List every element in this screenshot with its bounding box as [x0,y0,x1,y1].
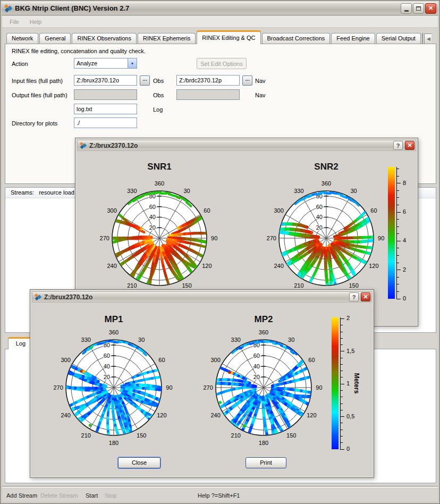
logfile-field[interactable]: log.txt [74,104,137,114]
svg-text:20: 20 [253,374,260,380]
tab-rinex-observations[interactable]: RINEX Observations [72,33,136,44]
colorbar-minor-tick [396,190,399,191]
svg-text:360: 360 [259,329,268,335]
colorbar-tick-label: 2 [403,266,406,273]
start-button[interactable]: Start [86,492,98,499]
print-button[interactable]: Print [246,457,286,468]
svg-text:90: 90 [316,384,322,391]
colorbar-minor-tick [340,371,343,371]
tab-rinex-ephemeris[interactable]: RINEX Ephemeris [138,33,196,44]
minimize-button[interactable] [401,3,412,14]
snr-window-title: Z:/brux2370.12o [89,142,391,149]
colorbar-axis [396,167,397,299]
title-bar[interactable]: BKG Ntrip Client (BNC) Version 2.7 ✕ [2,2,438,15]
mp-colorbar: 21,510,50Meters [332,317,373,456]
tab-broadcast-corrections[interactable]: Broadcast Corrections [262,33,331,44]
action-combobox[interactable]: Analyze ▼ [74,58,137,69]
close-button[interactable]: ✕ [425,3,436,14]
colorbar-major-tick [340,416,344,417]
colorbar-minor-tick [396,219,399,220]
colorbar-minor-tick [340,423,343,423]
help-button[interactable]: ? [393,141,403,150]
output-files-label: Output files (full path) [12,92,67,98]
colorbar-major-tick [340,449,344,450]
colorbar-minor-tick [340,404,343,404]
colorbar-minor-tick [396,233,399,234]
svg-text:270: 270 [100,235,109,241]
svg-text:120: 120 [202,263,211,269]
input-obs-field[interactable]: Z:/brux2370.12o [74,75,137,86]
svg-text:40: 40 [149,214,156,220]
colorbar-major-tick [396,299,401,299]
close-icon: ✕ [428,5,433,12]
svg-text:60: 60 [253,352,260,359]
svg-text:30: 30 [288,337,294,343]
tab-serial-output[interactable]: Serial Output [376,33,421,44]
tab-scroll-left-button[interactable]: ◀ [424,33,431,44]
maximize-button[interactable] [413,3,424,14]
tab-network[interactable]: Network [6,33,38,44]
mp-window-titlebar[interactable]: Z:/brux2370.12o ? ✕ [32,291,372,303]
svg-text:60: 60 [204,207,210,214]
tab-partial[interactable] [422,33,423,44]
help-button[interactable]: ? [349,292,359,301]
colorbar-minor-tick [396,197,399,198]
plots-dir-label: Directory for plots [12,120,57,127]
mp-skyplots: 2040608036030609012015018021024027030033… [32,304,371,455]
input-nav-field[interactable]: Z:/brdc2370.12p [176,75,240,86]
stop-button: Stop [105,492,117,499]
arrow-left-icon: ◀ [427,36,430,41]
svg-text:360: 360 [321,180,331,187]
nav-label-2: Nav [255,92,266,98]
combo-dropdown-button[interactable]: ▼ [128,58,137,68]
output-obs-field [74,89,137,100]
plots-dir-field[interactable]: ./ [74,117,137,128]
tab-bar: Network General RINEX Observations RINEX… [6,30,431,44]
svg-text:360: 360 [155,180,164,187]
tab-feed-engine[interactable]: Feed Engine [331,33,375,44]
colorbar-minor-tick [340,338,343,339]
svg-text:240: 240 [61,412,70,418]
colorbar-major-tick [340,351,344,351]
colorbar-minor-tick [340,377,343,377]
tab-rinex-editing-qc[interactable]: RINEX Editing & QC [197,30,260,44]
svg-text:330: 330 [294,188,303,194]
add-stream-button[interactable]: Add Stream [6,492,37,499]
svg-text:240: 240 [274,263,283,269]
browse-nav-button[interactable]: ... [242,75,252,86]
svg-text:120: 120 [307,412,316,418]
colorbar-major-tick [396,270,401,270]
svg-text:270: 270 [267,235,276,241]
svg-text:210: 210 [294,282,303,289]
svg-text:40: 40 [253,363,260,369]
svg-text:120: 120 [369,263,378,269]
help-shortcut-label: Help ?=Shift+F1 [198,492,240,499]
colorbar-minor-tick [340,430,343,430]
close-icon[interactable]: ✕ [361,292,370,301]
colorbar-minor-tick [396,291,399,292]
panel-description: RINEX file editing, concatenation and qu… [12,48,146,54]
svg-text:20: 20 [316,224,323,231]
colorbar-tick-label: 8 [403,180,406,186]
menu-file[interactable]: File [5,18,23,26]
colorbar-axis-label: Meters [350,317,363,449]
maximize-icon [416,6,421,11]
snr-colorbar: 86420 [388,167,429,305]
colorbar-minor-tick [396,205,399,205]
colorbar-tick-label: 0 [403,295,406,301]
svg-text:40: 40 [104,363,110,369]
svg-text:120: 120 [157,412,166,418]
close-plot-button[interactable]: Close [118,457,160,468]
browse-obs-button[interactable]: ... [140,75,150,86]
svg-text:300: 300 [210,357,220,363]
close-icon[interactable]: ✕ [405,141,414,150]
snr-window-titlebar[interactable]: Z:/brux2370.12o ? ✕ [77,140,416,151]
svg-text:60: 60 [308,357,315,363]
tab-general[interactable]: General [39,33,71,44]
colorbar-major-tick [340,384,344,384]
action-value: Analyze [74,60,128,66]
menu-help[interactable]: Help [26,18,46,26]
svg-text:60: 60 [104,352,110,359]
colorbar-minor-tick [396,248,399,248]
svg-text:300: 300 [61,357,70,363]
